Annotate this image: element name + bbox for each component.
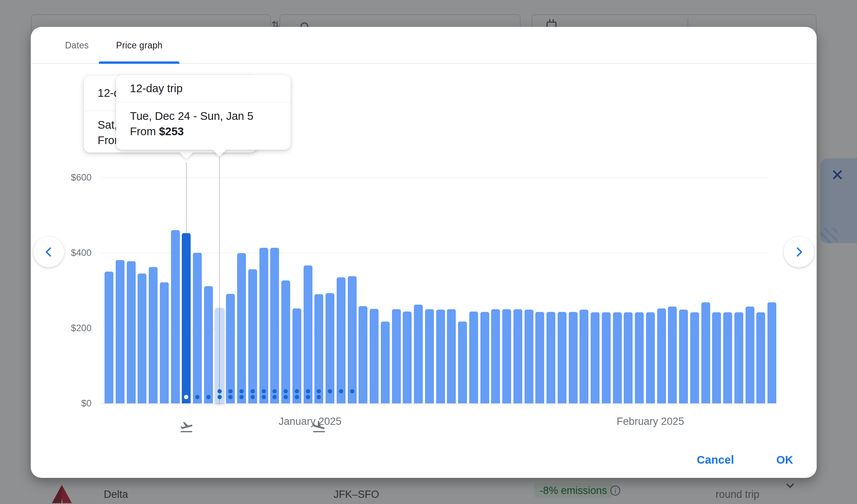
price-bar[interactable] — [701, 302, 710, 403]
trip-range-dot — [306, 389, 310, 393]
price-bar[interactable] — [712, 312, 721, 403]
price-bar[interactable] — [138, 274, 146, 403]
price-bar[interactable] — [193, 253, 202, 403]
price-bar[interactable] — [204, 286, 213, 403]
price-bar[interactable] — [116, 260, 125, 403]
price-bar[interactable] — [569, 312, 578, 403]
price-bar[interactable] — [270, 248, 279, 403]
flight-takeoff-icon — [179, 419, 194, 434]
trip-range-dot — [195, 395, 199, 399]
y-tick: $200 — [46, 323, 91, 333]
price-bar[interactable] — [403, 312, 412, 403]
price-bar[interactable] — [613, 312, 622, 403]
from-label: From — [130, 125, 156, 138]
price-bar[interactable] — [314, 294, 323, 403]
price-bar[interactable] — [304, 265, 312, 403]
price-bar[interactable] — [237, 253, 246, 403]
trip-range-dot — [272, 389, 277, 393]
tooltip-date-range: Tue, Dec 24 - Sun, Jan 5 — [130, 108, 277, 124]
price-bar[interactable] — [414, 305, 423, 403]
prev-dates-button[interactable] — [33, 237, 64, 267]
price-bar[interactable] — [646, 312, 655, 403]
price-bar[interactable] — [491, 309, 500, 403]
price-bar[interactable] — [746, 307, 754, 403]
trip-range-dot — [295, 395, 299, 399]
price-bar[interactable] — [502, 309, 511, 403]
tooltip-hovered-trip: 12-day trip Tue, Dec 24 - Sun, Jan 5 Fro… — [116, 75, 291, 150]
next-dates-button[interactable] — [784, 237, 814, 267]
trip-range-dot — [251, 395, 255, 399]
gridline-0 — [101, 403, 769, 404]
price-bar[interactable] — [326, 293, 334, 403]
price-bar[interactable] — [171, 230, 180, 403]
price-bar[interactable] — [580, 310, 588, 403]
price-bar[interactable] — [513, 309, 522, 403]
price-bar[interactable] — [248, 269, 257, 403]
tab-price-graph[interactable]: Price graph — [108, 27, 171, 64]
price-bar[interactable] — [525, 310, 533, 403]
price-bar[interactable] — [458, 322, 467, 403]
trip-range-dot — [239, 395, 244, 399]
price-bar[interactable] — [381, 322, 390, 403]
price-bar[interactable] — [149, 267, 158, 403]
price-bar[interactable] — [668, 307, 677, 403]
price-bar[interactable] — [679, 310, 688, 403]
tooltip-connector-hover — [219, 157, 220, 403]
trip-range-dot — [317, 389, 321, 393]
price-bar[interactable] — [546, 312, 555, 403]
price-bar[interactable] — [690, 312, 699, 403]
price-bar[interactable] — [160, 282, 169, 403]
price-bar[interactable] — [734, 312, 743, 403]
price-bar[interactable] — [657, 308, 666, 403]
price-bar[interactable] — [591, 312, 600, 403]
x-axis-month-february: February 2025 — [616, 416, 684, 428]
cancel-button[interactable]: Cancel — [697, 452, 734, 468]
price-bar[interactable] — [558, 312, 566, 403]
price-bar[interactable] — [756, 312, 765, 403]
price-bar[interactable] — [348, 276, 357, 403]
trip-range-dot — [284, 395, 288, 399]
price-bar[interactable] — [436, 310, 445, 403]
trip-range-dot — [262, 389, 266, 393]
trip-range-dot — [306, 395, 310, 399]
gridline-600 — [101, 177, 769, 178]
y-tick: $0 — [46, 398, 91, 409]
tooltip-price-line: From $253 — [130, 124, 277, 139]
trip-range-dot — [228, 395, 233, 399]
price-bar[interactable] — [392, 309, 401, 403]
tooltip-connector-selected — [186, 162, 187, 234]
chevron-right-icon — [793, 246, 805, 258]
price-bar[interactable] — [359, 306, 367, 403]
trip-range-dot — [206, 395, 211, 399]
price-bar[interactable] — [447, 309, 456, 403]
x-axis-month-january: January 2025 — [279, 416, 342, 428]
active-tab-underline — [99, 61, 179, 64]
price-bar[interactable] — [259, 248, 268, 403]
price-bar[interactable] — [105, 272, 113, 403]
price-bar[interactable] — [635, 312, 644, 403]
price-bar[interactable] — [480, 312, 489, 403]
trip-range-dot — [317, 395, 321, 399]
y-tick: $600 — [46, 172, 91, 183]
price-bar[interactable] — [767, 302, 776, 403]
price-bar[interactable] — [624, 312, 633, 403]
price-bar[interactable] — [182, 233, 191, 403]
trip-range-dot — [262, 395, 266, 399]
price-bar[interactable] — [425, 309, 434, 403]
selected-date-dot — [184, 395, 188, 399]
dialog-tab-bar: Dates Price graph — [31, 27, 817, 64]
ok-button[interactable]: OK — [776, 452, 793, 468]
tooltip-details: Tue, Dec 24 - Sun, Jan 5 From $253 — [116, 102, 291, 139]
price-bar[interactable] — [723, 312, 732, 403]
tab-dates[interactable]: Dates — [54, 27, 100, 64]
trip-range-dot — [239, 389, 244, 393]
price-bar[interactable] — [226, 294, 235, 403]
price-bar[interactable] — [281, 280, 290, 403]
price-bar[interactable] — [127, 261, 136, 403]
price-bar[interactable] — [469, 312, 478, 403]
price-bar[interactable] — [337, 277, 345, 403]
trip-range-dot — [284, 389, 288, 393]
price-bar[interactable] — [370, 309, 379, 403]
price-bar[interactable] — [535, 312, 544, 403]
price-bar[interactable] — [602, 312, 611, 403]
